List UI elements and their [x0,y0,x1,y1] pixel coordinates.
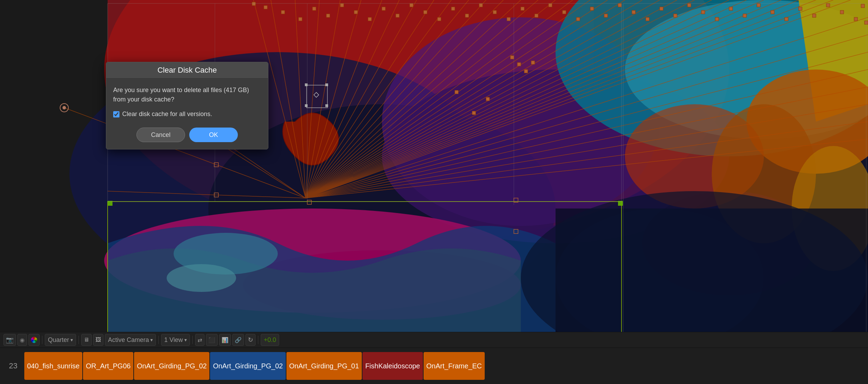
frame-number: 23 [3,352,24,380]
dialog-titlebar: Clear Disk Cache [106,62,268,79]
dialog-title: Clear Disk Cache [157,66,217,74]
status-item-1[interactable]: 040_fish_sunrise [24,352,82,380]
status-label-2: OR_Art_PG06 [86,362,131,370]
clear-disk-cache-dialog: Clear Disk Cache Are you sure you want t… [106,62,268,149]
clear-all-versions-label[interactable]: Clear disk cache for all versions. [122,111,212,118]
status-label-6: FishKaleidoscope [365,362,420,370]
clear-all-versions-checkbox[interactable] [113,111,119,117]
dialog-buttons: Cancel OK [113,125,261,144]
status-item-3[interactable]: OnArt_Girding_PG_02 [134,352,209,380]
ok-button[interactable]: OK [189,128,238,142]
status-item-7[interactable]: OnArt_Frame_EC [424,352,485,380]
dialog-body: Are you sure you want to delete all file… [106,79,268,149]
status-item-2[interactable]: OR_Art_PG06 [83,352,133,380]
status-item-4[interactable]: OnArt_Girding_PG_02 [210,352,285,380]
status-item-6[interactable]: FishKaleidoscope [362,352,423,380]
status-label-3: OnArt_Girding_PG_02 [137,362,207,370]
status-label-1: 040_fish_sunrise [27,362,80,370]
dialog-checkbox-row: Clear disk cache for all versions. [113,111,261,118]
status-label-7: OnArt_Frame_EC [426,362,482,370]
status-label-4: OnArt_Girding_PG_02 [213,362,283,370]
cancel-button[interactable]: Cancel [136,128,185,142]
modal-overlay: Clear Disk Cache Are you sure you want t… [0,0,868,348]
status-item-5[interactable]: OnArt_Girding_PG_01 [286,352,362,380]
dialog-message: Are you sure you want to delete all file… [113,85,261,104]
status-bar: 23 040_fish_sunrise OR_Art_PG06 OnArt_Gi… [0,348,868,384]
status-label-5: OnArt_Girding_PG_01 [289,362,359,370]
